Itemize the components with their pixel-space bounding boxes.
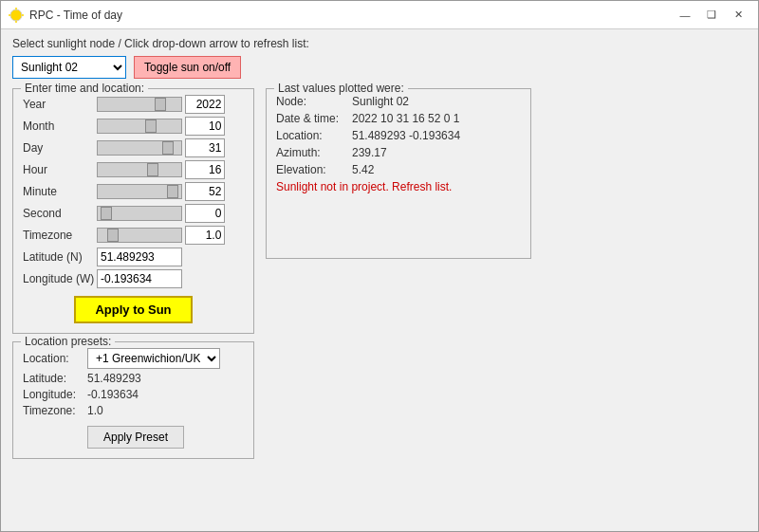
minimize-button[interactable]: — [673,5,697,26]
lv-node-row: Node: Sunlight 02 [276,95,521,108]
second-row: Second [23,204,244,223]
lv-datetime-label: Date & time: [276,112,352,125]
year-thumb [155,98,166,111]
minute-label: Minute [23,185,97,198]
hour-slider[interactable] [97,162,182,177]
window-title: RPC - Time of day [29,9,122,22]
app-icon [9,8,24,23]
lv-node-label: Node: [276,95,352,108]
longitude-input[interactable] [97,269,182,288]
header-label: Select sunlight node / Click drop-down a… [12,37,747,50]
location-presets-group: Location presets: Location: +1 Greenwich… [12,341,254,459]
lv-azimuth-value: 239.17 [352,146,387,159]
lv-azimuth-label: Azimuth: [276,146,352,159]
preset-longitude-value: -0.193634 [87,388,139,401]
latitude-row: Latitude (N) [23,248,244,266]
hour-thumb [147,163,158,176]
last-values-title: Last values plotted were: [274,82,408,95]
year-label: Year [23,98,97,111]
sunlight-select[interactable]: Sunlight 02 [12,56,126,79]
month-slider[interactable] [97,119,182,134]
year-slider[interactable] [97,97,182,112]
lv-datetime-value: 2022 10 31 16 52 0 1 [352,112,459,125]
lv-azimuth-row: Azimuth: 239.17 [276,146,521,159]
restore-button[interactable]: ❑ [699,5,724,26]
preset-longitude-row: Longitude: -0.193634 [23,388,244,401]
lv-elevation-value: 5.42 [352,163,374,176]
timezone-row: Timezone [23,226,244,245]
preset-timezone-row: Timezone: 1.0 [23,404,244,417]
year-input[interactable] [185,95,225,114]
lv-datetime-row: Date & time: 2022 10 31 16 52 0 1 [276,112,521,125]
day-label: Day [23,141,97,155]
lv-node-value: Sunlight 02 [352,95,409,108]
minute-slider[interactable] [97,184,182,199]
preset-longitude-label: Longitude: [23,388,87,401]
last-values-group: Last values plotted were: Node: Sunlight… [266,88,531,259]
apply-sun-button[interactable]: Apply to Sun [74,296,192,323]
day-row: Day [23,138,244,157]
right-panel: Last values plotted were: Node: Sunlight… [266,88,747,459]
preset-timezone-label: Timezone: [23,404,87,417]
location-preset-select[interactable]: +1 Greenwichion/UK New York Tokyo Sydney [87,348,220,369]
left-panel: Enter time and location: Year Month [12,88,254,459]
location-presets-title: Location presets: [21,335,115,348]
second-thumb [101,207,112,220]
hour-input[interactable] [185,160,225,179]
month-thumb [145,119,157,133]
toggle-sun-button[interactable]: Toggle sun on/off [134,56,241,79]
titlebar-controls: — ❑ ✕ [673,5,750,26]
time-location-group: Enter time and location: Year Month [12,88,254,334]
titlebar-left: RPC - Time of day [9,8,122,23]
second-input[interactable] [185,204,225,223]
month-label: Month [23,119,97,133]
second-label: Second [23,207,97,220]
content-area: Select sunlight node / Click drop-down a… [1,29,758,531]
timezone-label: Timezone [23,229,97,242]
time-location-title: Enter time and location: [21,82,148,95]
preset-latitude-value: 51.489293 [87,372,141,385]
apply-preset-button[interactable]: Apply Preset [87,426,184,449]
timezone-thumb [107,229,119,242]
longitude-label: Longitude (W) [23,272,97,285]
apply-btn-row: Apply to Sun [23,296,244,323]
second-slider[interactable] [97,206,182,221]
day-thumb [162,141,174,155]
minute-row: Minute [23,182,244,201]
main-area: Enter time and location: Year Month [12,88,747,459]
preset-latitude-label: Latitude: [23,372,87,385]
lv-location-row: Location: 51.489293 -0.193634 [276,129,521,142]
lv-location-label: Location: [276,129,352,142]
top-controls: Sunlight 02 Toggle sun on/off [12,56,747,79]
lv-elevation-label: Elevation: [276,163,352,176]
preset-latitude-row: Latitude: 51.489293 [23,372,244,385]
minute-input[interactable] [185,182,225,201]
preset-timezone-value: 1.0 [87,404,103,417]
lv-location-value: 51.489293 -0.193634 [352,129,460,142]
svg-point-0 [10,9,22,21]
day-input[interactable] [185,138,225,157]
preset-location-label: Location: [23,352,87,365]
close-button[interactable]: ✕ [726,5,750,26]
latitude-label: Latitude (N) [23,250,97,264]
minute-thumb [167,185,178,198]
day-slider[interactable] [97,140,182,156]
latitude-input[interactable] [97,248,182,266]
preset-location-row: Location: +1 Greenwichion/UK New York To… [23,348,244,369]
hour-row: Hour [23,160,244,179]
titlebar: RPC - Time of day — ❑ ✕ [1,1,758,29]
lv-elevation-row: Elevation: 5.42 [276,163,521,176]
longitude-row: Longitude (W) [23,269,244,288]
month-row: Month [23,117,244,136]
lv-warning: Sunlight not in project. Refresh list. [276,180,521,193]
month-input[interactable] [185,117,225,136]
timezone-input[interactable] [185,226,225,245]
year-row: Year [23,95,244,114]
timezone-slider[interactable] [97,228,182,243]
hour-label: Hour [23,163,97,176]
main-window: RPC - Time of day — ❑ ✕ Select sunlight … [0,0,759,532]
